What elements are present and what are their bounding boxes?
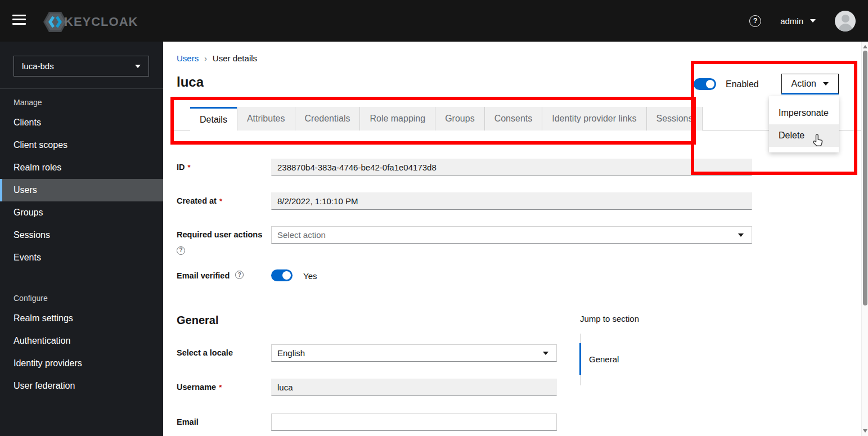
nav-section-manage: Manage	[0, 91, 163, 111]
action-dropdown-button[interactable]: Action	[781, 74, 839, 95]
sidebar-item-users[interactable]: Users	[0, 179, 163, 201]
vertical-scrollbar[interactable]	[861, 42, 868, 436]
sidebar-item-events[interactable]: Events	[0, 246, 163, 269]
realm-selector[interactable]: luca-bds	[14, 56, 149, 77]
tab-credentials[interactable]: Credentials	[295, 107, 361, 131]
main-content: Users › User details luca Enabled Action…	[163, 42, 861, 436]
required-user-actions-select[interactable]: Select action	[271, 226, 752, 244]
jump-item-general[interactable]: General	[589, 354, 619, 364]
scrollbar-up-arrow-icon[interactable]	[863, 45, 867, 48]
sidebar-item-user-federation[interactable]: User federation	[0, 375, 163, 397]
sidebar: luca-bds Manage Clients Client scopes Re…	[0, 42, 163, 436]
masthead: KEYCLOAK ? admin	[0, 0, 868, 42]
username-label: admin	[780, 16, 803, 26]
form-row-username: Username* luca	[177, 379, 557, 396]
email-verified-label: Email verified ?	[177, 269, 271, 281]
required-user-actions-label: Required user actions ?	[177, 226, 271, 255]
required-marker: *	[219, 383, 222, 392]
tab-sessions[interactable]: Sessions	[647, 107, 703, 131]
nav-section-configure: Configure	[0, 287, 163, 307]
email-input[interactable]	[271, 413, 557, 431]
created-at-label: Created at*	[177, 192, 271, 210]
sidebar-item-clients[interactable]: Clients	[0, 111, 163, 134]
form-row-locale: Select a locale English	[177, 344, 557, 362]
breadcrumb-separator: ›	[204, 54, 207, 63]
brand-text: KEYCLOAK	[64, 15, 138, 29]
sidebar-item-authentication[interactable]: Authentication	[0, 330, 163, 352]
username-field: luca	[271, 379, 557, 396]
tab-groups[interactable]: Groups	[435, 107, 484, 131]
user-menu-button[interactable]: admin	[780, 16, 816, 26]
form-row-created-at: Created at* 8/2/2022, 1:10:10 PM	[177, 192, 752, 210]
form-row-email-verified: Email verified ? Yes	[177, 269, 317, 281]
locale-select[interactable]: English	[271, 344, 557, 362]
email-verified-state: Yes	[303, 271, 317, 281]
sidebar-nav: Manage Clients Client scopes Realm roles…	[0, 91, 163, 397]
tab-attributes[interactable]: Attributes	[237, 107, 295, 131]
email-verified-toggle[interactable]	[271, 269, 293, 281]
created-at-field: 8/2/2022, 1:10:10 PM	[271, 192, 752, 210]
tab-role-mapping[interactable]: Role mapping	[360, 107, 435, 131]
masthead-right: ? admin	[749, 0, 856, 42]
keycloak-admin-screen: KEYCLOAK ? admin luca-bds Manage Clients	[0, 0, 868, 436]
sidebar-item-realm-settings[interactable]: Realm settings	[0, 307, 163, 330]
form-row-email: Email	[177, 413, 557, 431]
tab-details[interactable]: Details	[190, 107, 237, 131]
select-placeholder: Select action	[277, 230, 326, 240]
caret-down-icon	[543, 352, 548, 355]
id-label: ID*	[177, 159, 271, 176]
form-row-required-user-actions: Required user actions ? Select action	[177, 226, 752, 255]
scrollbar-thumb[interactable]	[863, 51, 867, 305]
sidebar-item-client-scopes[interactable]: Client scopes	[0, 134, 163, 156]
tab-consents[interactable]: Consents	[485, 107, 543, 131]
required-marker: *	[188, 163, 191, 172]
breadcrumb: Users › User details	[177, 53, 257, 63]
menu-item-delete[interactable]: Delete	[769, 124, 839, 147]
realm-name: luca-bds	[22, 61, 54, 71]
scrollbar-down-arrow-icon[interactable]	[863, 429, 867, 433]
help-icon[interactable]: ?	[177, 246, 185, 255]
breadcrumb-current: User details	[213, 53, 257, 63]
jump-to-section-title: Jump to section	[580, 314, 639, 323]
locale-label: Select a locale	[177, 344, 271, 362]
required-marker: *	[219, 197, 222, 205]
avatar-person-icon	[842, 15, 849, 23]
caret-down-icon	[738, 233, 744, 237]
chevron-down-icon	[135, 65, 141, 68]
form-row-id: ID* 238870b4-383a-4746-be42-0fa1e04173d8	[177, 159, 752, 176]
sidebar-item-groups[interactable]: Groups	[0, 201, 163, 224]
help-icon[interactable]: ?	[235, 271, 244, 279]
id-field: 238870b4-383a-4746-be42-0fa1e04173d8	[271, 159, 752, 176]
chevron-down-icon	[810, 19, 816, 23]
help-icon[interactable]: ?	[749, 15, 761, 27]
locale-value: English	[277, 348, 305, 358]
general-section-heading: General	[177, 314, 218, 327]
keycloak-logo: KEYCLOAK	[43, 11, 138, 33]
nav-toggle-icon[interactable]	[12, 14, 28, 28]
caret-down-icon	[823, 82, 829, 86]
sidebar-item-sessions[interactable]: Sessions	[0, 224, 163, 246]
sidebar-divider	[0, 88, 163, 89]
page-title: luca	[177, 74, 204, 90]
cursor-hand-icon	[810, 133, 826, 149]
tab-bar: Details Attributes Credentials Role mapp…	[173, 107, 861, 131]
breadcrumb-users-link[interactable]: Users	[177, 53, 199, 63]
enabled-toggle[interactable]	[694, 78, 716, 90]
email-label: Email	[177, 413, 271, 431]
jump-active-indicator	[579, 343, 581, 375]
sidebar-item-realm-roles[interactable]: Realm roles	[0, 156, 163, 179]
sidebar-item-identity-providers[interactable]: Identity providers	[0, 352, 163, 375]
menu-item-impersonate[interactable]: Impersonate	[769, 102, 839, 124]
tab-identity-provider-links[interactable]: Identity provider links	[542, 107, 646, 131]
enabled-label: Enabled	[726, 79, 759, 89]
avatar	[835, 11, 856, 32]
username-label: Username*	[177, 379, 271, 396]
header-controls: Enabled Action	[694, 74, 839, 95]
action-menu: Impersonate Delete	[769, 96, 839, 152]
